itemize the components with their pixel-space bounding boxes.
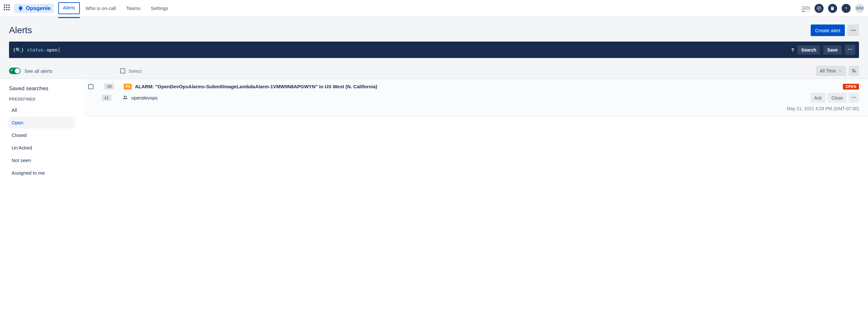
search-button[interactable]: Search [798,46,820,54]
sidebar-item-unacked[interactable]: Un'Acked [9,142,75,154]
svg-point-10 [850,49,850,50]
alert-more-button[interactable] [849,93,859,103]
alert-title: ALARM: "OpenDevOpsAlarms-SubmitImageLamb… [135,84,840,89]
sidebar-item-all[interactable]: All [9,104,75,116]
see-all-label: See all alerts [25,68,53,74]
alert-count-badge: x1 [102,95,112,101]
notes-icon[interactable] [828,4,837,13]
team-name: opendevops [131,95,158,100]
search-input[interactable]: status: open [27,47,788,53]
svg-marker-2 [818,7,820,9]
status-badge: OPEN [843,84,859,90]
chevron-down-icon [838,69,842,73]
more-actions-button[interactable] [847,25,859,36]
select-all-checkbox[interactable] [120,68,125,74]
search-bar: {🔍} status: open ? Search Save [9,41,859,58]
sidebar-item-notseen[interactable]: Not seen [9,154,75,166]
svg-point-16 [124,96,125,97]
sidebar-section-label: PREDEFINED [9,97,75,102]
svg-point-19 [854,97,855,98]
svg-point-14 [852,69,854,70]
avatar[interactable]: WM [855,4,864,13]
nav-tabs: Alerts Who is on-call Teams Settings [58,0,173,16]
nav-tab-teams[interactable]: Teams [122,0,145,16]
svg-rect-3 [831,6,834,10]
svg-point-0 [20,6,22,8]
alert-id-badge: #9 [104,83,114,90]
search-help-button[interactable]: ? [791,47,794,53]
nav-tab-alerts[interactable]: Alerts [58,2,80,14]
help-icon[interactable]: ? [842,4,850,13]
nav-tab-settings[interactable]: Settings [146,0,173,16]
svg-point-11 [851,49,852,50]
svg-rect-4 [832,7,833,8]
close-alert-button[interactable]: Close [828,93,847,103]
svg-text:?: ? [845,6,847,10]
create-alert-button[interactable]: Create alert [811,25,845,36]
alert-checkbox[interactable] [88,84,93,89]
time-filter-dropdown[interactable]: All Time [816,66,846,76]
nav-tab-oncall[interactable]: Who is on-call [81,0,120,16]
brand-name: Opsgenie [26,5,51,11]
filter-settings-button[interactable] [849,66,859,76]
search-more-button[interactable] [845,45,855,55]
team-icon [122,94,128,101]
select-label: Select [128,68,142,74]
brand-logo[interactable]: Opsgenie [14,4,54,13]
alert-timestamp: May 21, 2021 4:29 PM (GMT-07:00) [88,106,859,111]
compass-icon[interactable] [814,4,824,13]
quota-indicator[interactable]: 33% [802,5,810,11]
svg-point-20 [855,97,856,98]
svg-point-6 [851,30,852,31]
sidebar-item-open[interactable]: Open [9,117,75,128]
page-title: Alerts [9,25,32,35]
save-search-button[interactable]: Save [823,46,842,54]
svg-point-17 [126,96,127,97]
priority-badge: P3 [124,84,132,90]
sidebar-item-closed[interactable]: Closed [9,129,75,141]
sidebar-item-assigned[interactable]: Assigned to me [9,167,75,179]
see-all-toggle[interactable] [9,68,21,74]
svg-point-9 [848,49,849,50]
search-code-icon: {🔍} [13,47,24,53]
svg-point-15 [854,71,855,72]
sidebar-title: Saved searches [9,85,75,92]
alert-row[interactable]: #9 P3 ALARM: "OpenDevOpsAlarms-SubmitIma… [84,79,868,116]
svg-point-18 [852,97,853,98]
svg-point-7 [852,30,854,31]
ack-button[interactable]: Ack [810,93,826,103]
svg-point-8 [855,30,856,31]
app-switcher-icon[interactable] [4,4,11,12]
opsgenie-icon [18,5,24,11]
